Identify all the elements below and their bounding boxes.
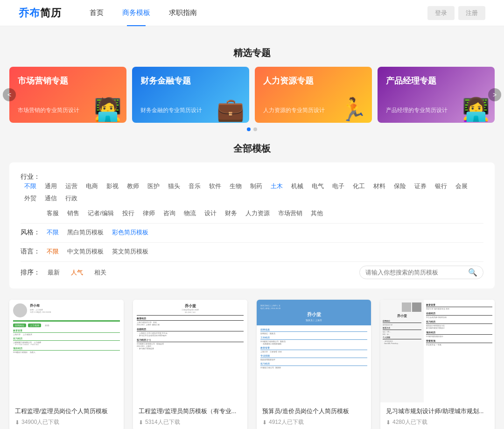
lang-filter-row: 语言： 不限 中文简历模板 英文简历模板 — [21, 246, 483, 257]
tag-electronics[interactable]: 电子 — [329, 181, 348, 191]
tag-pharma[interactable]: 制药 — [246, 181, 266, 191]
tag-unlimited[interactable]: 不限 — [21, 181, 40, 191]
tag-investment[interactable]: 投行 — [119, 208, 138, 218]
template-name-3: 预算员/造价员岗位个人简历模板 — [262, 407, 365, 415]
tag-hr[interactable]: 人力资源 — [242, 208, 273, 218]
template-card-1[interactable]: 乔小布 应聘：上工程师 11月1.13电话: 012-61234 应聘岗位 上工… — [9, 300, 124, 429]
search-input[interactable] — [365, 269, 468, 276]
tag-general[interactable]: 通用 — [41, 181, 61, 191]
carousel-next[interactable]: > — [488, 88, 501, 101]
style-tag-unlimited[interactable]: 不限 — [43, 227, 63, 238]
lang-tag-cn[interactable]: 中文简历模板 — [63, 246, 107, 257]
template-downloads-2: ⬇ 5314人已下载 — [139, 418, 242, 426]
carousel-figure-4: 👩‍💻 — [462, 97, 490, 123]
lang-tag-unlimited[interactable]: 不限 — [43, 246, 63, 257]
tag-electrical[interactable]: 电气 — [308, 181, 328, 191]
tag-design[interactable]: 设计 — [201, 208, 220, 218]
template-card-2[interactable]: 乔小堂 工程监理/监理工程师 微信 | 邮箱 | 电话 教育经历 上海工程技术大… — [133, 300, 247, 429]
carousel-sub-4: 产品经理的专业简历设计 — [386, 106, 448, 114]
nav-guide[interactable]: 求职指南 — [160, 0, 206, 26]
tag-materials[interactable]: 材料 — [370, 181, 389, 191]
nav-business[interactable]: 商务模板 — [113, 0, 160, 26]
login-button[interactable]: 登录 — [427, 6, 455, 20]
carousel-prev[interactable]: < — [3, 88, 16, 101]
tag-marketing[interactable]: 市场营销 — [274, 208, 306, 218]
tag-expo[interactable]: 会展 — [452, 181, 471, 191]
carousel-title-4: 产品经理专题 — [386, 75, 436, 86]
template-info-1: 工程监理/监理员岗位个人简历模板 ⬇ 34900人已下载 — [9, 402, 124, 429]
tag-customer-service[interactable]: 客服 — [43, 208, 63, 218]
lang-tag-en[interactable]: 英文简历模板 — [108, 246, 152, 257]
tag-cat[interactable]: 猫头 — [164, 181, 184, 191]
tag-teacher[interactable]: 教师 — [123, 181, 143, 191]
tag-chemical[interactable]: 化工 — [349, 181, 369, 191]
style-tag-bw[interactable]: 黑白简历模板 — [63, 227, 107, 238]
style-filter-row: 风格： 不限 黑白简历模板 彩色简历模板 — [21, 227, 483, 238]
nav-home[interactable]: 首页 — [80, 0, 113, 26]
lang-label: 语言： — [21, 246, 43, 256]
carousel-item-2[interactable]: 财务金融专题 财务金融的专业简历设计 💼 — [132, 67, 249, 123]
tag-software[interactable]: 软件 — [205, 181, 225, 191]
carousel-sub-1: 市场营销的专业简历设计 — [18, 106, 79, 114]
carousel-figure-3: 🏃 — [339, 97, 367, 123]
template-downloads-4: ⬇ 4280人已下载 — [386, 418, 489, 426]
sort-tag-latest[interactable]: 最新 — [44, 267, 63, 278]
header-buttons: 登录 注册 — [427, 6, 485, 20]
all-templates-title: 全部模板 — [9, 142, 495, 155]
tag-securities[interactable]: 证券 — [411, 181, 430, 191]
template-thumb-4: 乔小堂 应聘岗位 城市规划设计师 联系方式 电话：139-... 邮箱：qa..… — [380, 300, 495, 402]
template-card-4[interactable]: 乔小堂 应聘岗位 城市规划设计师 联系方式 电话：139-... 邮箱：qa..… — [380, 300, 495, 429]
register-button[interactable]: 注册 — [458, 6, 485, 20]
tag-medical[interactable]: 医护 — [144, 181, 163, 191]
tag-logistics[interactable]: 物流 — [180, 208, 200, 218]
template-thumb-1: 乔小布 应聘：上工程师 11月1.13电话: 012-61234 应聘岗位 上工… — [9, 300, 124, 402]
carousel-dot-1[interactable] — [247, 127, 251, 131]
tag-consulting[interactable]: 咨询 — [160, 208, 179, 218]
industry-filter-row1: 行业： 不限 通用 运营 电商 影视 教师 医护 猫头 音乐 软件 生物 制药 … — [21, 172, 483, 204]
carousel-figure-1: 🧑‍💻 — [94, 97, 122, 123]
carousel-item-4[interactable]: 产品经理专题 产品经理的专业简历设计 👩‍💻 — [378, 67, 495, 123]
carousel-sub-3: 人力资源的专业简历设计 — [263, 106, 325, 114]
tag-ecommerce[interactable]: 电商 — [82, 181, 102, 191]
tag-finance[interactable]: 财务 — [221, 208, 241, 218]
carousel-item-3[interactable]: 人力资源专题 人力资源的专业简历设计 🏃 — [255, 67, 372, 123]
download-icon-4: ⬇ — [386, 419, 391, 426]
carousel-title-2: 财务金融专题 — [140, 75, 191, 86]
tag-bank[interactable]: 银行 — [431, 181, 451, 191]
tag-journalist[interactable]: 记者/编辑 — [84, 208, 118, 218]
tag-lawyer[interactable]: 律师 — [139, 208, 159, 218]
sort-tag-popular[interactable]: 人气 — [67, 267, 87, 278]
main-nav: 首页 商务模板 求职指南 — [80, 0, 206, 26]
tag-insurance[interactable]: 保险 — [390, 181, 410, 191]
sort-tag-related[interactable]: 相关 — [91, 267, 110, 278]
tag-music[interactable]: 音乐 — [185, 181, 204, 191]
carousel-items: 市场营销专题 市场营销的专业简历设计 🧑‍💻 财务金融专题 财务金融的专业简历设… — [9, 67, 495, 123]
logo-text1: 乔布 — [19, 7, 40, 19]
logo-text2: 简历 — [40, 7, 62, 19]
download-icon-1: ⬇ — [15, 419, 20, 426]
carousel-dot-2[interactable] — [253, 127, 257, 131]
tag-telecom[interactable]: 通信 — [41, 193, 61, 204]
style-tag-color[interactable]: 彩色简历模板 — [108, 227, 152, 238]
tag-operation[interactable]: 运营 — [62, 181, 81, 191]
tag-civil[interactable]: 土木 — [267, 181, 287, 191]
tag-mechanical[interactable]: 机械 — [287, 181, 307, 191]
sort-left: 排序： 最新 人气 相关 — [21, 267, 110, 278]
industry-tags-row2: 客服 销售 记者/编辑 投行 律师 咨询 物流 设计 财务 人力资源 市场营销 … — [43, 208, 327, 218]
search-icon[interactable]: 🔍 — [468, 268, 477, 277]
tag-other[interactable]: 其他 — [307, 208, 327, 218]
tag-foreign-trade[interactable]: 外贸 — [21, 193, 40, 204]
style-tags: 不限 黑白简历模板 彩色简历模板 — [43, 227, 152, 238]
carousel-item-1[interactable]: 市场营销专题 市场营销的专业简历设计 🧑‍💻 — [9, 67, 126, 123]
filter-divider-1 — [21, 223, 483, 224]
tag-admin[interactable]: 行政 — [62, 193, 81, 204]
featured-carousel: < 市场营销专题 市场营销的专业简历设计 🧑‍💻 财务金融专题 财务金融的专业简… — [9, 67, 495, 123]
template-card-3[interactable]: 预算员岗位 | 上海市 | 女 电话 | 邮箱 | 2014-06-08 乔小堂… — [257, 300, 371, 429]
search-box: 🔍 — [359, 266, 483, 279]
main-content: 精选专题 < 市场营销专题 市场营销的专业简历设计 🧑‍💻 财务金融专题 财务金… — [0, 26, 504, 429]
tag-film[interactable]: 影视 — [103, 181, 122, 191]
industry-filter-row2: 客服 销售 记者/编辑 投行 律师 咨询 物流 设计 财务 人力资源 市场营销 … — [21, 208, 483, 218]
logo[interactable]: 乔布简历 — [19, 6, 62, 20]
tag-bio[interactable]: 生物 — [226, 181, 245, 191]
tag-sales[interactable]: 销售 — [63, 208, 83, 218]
